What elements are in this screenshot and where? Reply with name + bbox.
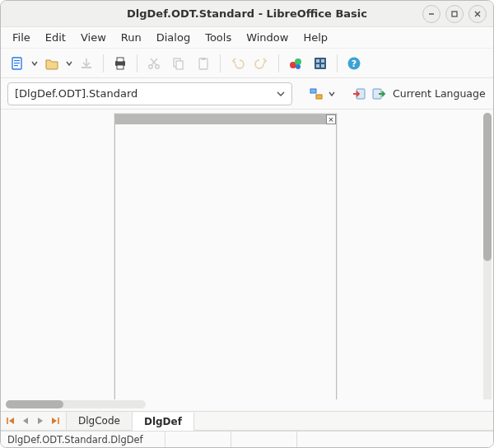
tab-dlgdef[interactable]: DlgDef [132,413,194,431]
dialog-canvas[interactable]: × [1,110,482,399]
close-button[interactable] [468,5,487,23]
save-icon [79,56,94,71]
svg-point-13 [156,64,159,68]
svg-rect-31 [316,95,322,99]
copy-icon [171,56,186,71]
menu-help[interactable]: Help [296,29,334,46]
toolbar-secondary: [DlgDef.ODT].Standard Current L [1,78,493,110]
window-title: DlgDef.ODT.Standard - LibreOffice Basic [77,7,417,20]
vertical-scrollbar[interactable] [483,113,492,399]
separator [337,54,338,72]
status-cell-4 [297,432,493,447]
close-icon [473,10,482,18]
go-previous-icon [21,416,30,426]
open-button[interactable] [40,52,63,75]
redo-button [250,52,273,75]
open-dropdown[interactable] [65,52,73,75]
modules-button[interactable] [309,52,332,75]
controls-dropdown[interactable] [329,82,335,105]
dialog-preview[interactable]: × [114,114,337,399]
menu-edit[interactable]: Edit [39,29,72,46]
export-icon [371,86,386,101]
minimize-button[interactable] [422,5,440,23]
svg-line-14 [151,58,157,65]
svg-rect-25 [321,59,324,63]
tab-label: DlgCode [78,415,120,427]
svg-rect-10 [117,58,124,62]
svg-rect-30 [310,89,316,93]
vertical-scrollbar-thumb[interactable] [483,113,492,261]
tab-last-button[interactable] [49,413,62,429]
menu-view[interactable]: View [74,29,113,46]
tab-label: DlgDef [144,416,182,427]
status-path-text: DlgDef.ODT.Standard.DlgDef [7,434,143,446]
menubar: File Edit View Run Dialog Tools Window H… [1,27,493,49]
tab-dlgcode[interactable]: DlgCode [66,412,133,430]
svg-rect-5 [14,60,20,61]
new-dropdown[interactable] [30,52,39,75]
maximize-button[interactable] [445,5,464,23]
tab-first-button[interactable] [4,413,17,429]
menu-run[interactable]: Run [114,29,148,46]
help-icon: ? [347,56,361,71]
separator [220,54,221,72]
dialog-preview-titlebar[interactable]: × [115,114,336,124]
status-cell-3 [231,432,297,447]
tab-nav-buttons [4,412,67,430]
menu-window[interactable]: Window [240,29,295,46]
svg-line-15 [151,58,156,65]
svg-rect-11 [117,65,124,69]
export-dialog-button[interactable] [371,82,386,105]
cut-button [142,52,165,75]
menu-tools[interactable]: Tools [198,29,238,46]
status-cell-2 [165,432,231,447]
undo-button [226,52,249,75]
chevron-down-icon [66,60,72,67]
library-combobox[interactable]: [DlgDef.ODT].Standard [7,82,292,105]
tab-next-button[interactable] [34,413,47,429]
svg-rect-1 [452,12,457,16]
separator [137,54,137,72]
menu-file[interactable]: File [6,29,37,46]
copy-button [167,52,190,75]
menu-dialog[interactable]: Dialog [150,29,197,46]
new-button[interactable] [6,52,29,75]
redo-icon [254,56,269,71]
svg-rect-27 [321,64,324,68]
svg-rect-26 [316,64,319,68]
save-button [75,52,98,75]
go-first-icon [6,416,16,426]
svg-rect-8 [82,67,91,68]
svg-point-22 [296,64,301,69]
help-button[interactable]: ? [343,52,366,75]
controls-button[interactable] [309,82,324,105]
macros-button[interactable] [284,52,307,75]
print-button[interactable] [109,52,132,75]
svg-rect-6 [14,63,20,63]
library-combobox-value: [DlgDef.ODT].Standard [15,87,277,100]
current-language-label: Current Language [391,87,487,100]
module-tabbar: DlgCode DlgDef [1,411,493,431]
svg-rect-24 [316,59,319,63]
tab-prev-button[interactable] [19,413,32,429]
chevron-down-icon [31,60,38,67]
document-new-icon [10,56,25,71]
dialog-preview-close[interactable]: × [326,114,336,124]
svg-point-12 [149,64,152,68]
modules-icon [313,56,328,71]
chevron-down-icon [277,90,285,98]
svg-rect-19 [202,58,206,60]
app-window: DlgDef.ODT.Standard - LibreOffice Basic … [0,0,494,448]
horizontal-scrollbar-thumb[interactable] [6,400,63,408]
go-last-icon [50,416,60,426]
separator [278,54,279,72]
separator [103,54,104,72]
import-dialog-button[interactable] [352,82,366,105]
paste-button [192,52,215,75]
horizontal-scrollbar[interactable] [6,400,146,408]
hscroll-row [1,399,493,411]
printer-icon [113,56,128,71]
go-next-icon [35,416,45,426]
minimize-icon [427,10,436,18]
status-path: DlgDef.ODT.Standard.DlgDef [1,432,165,447]
